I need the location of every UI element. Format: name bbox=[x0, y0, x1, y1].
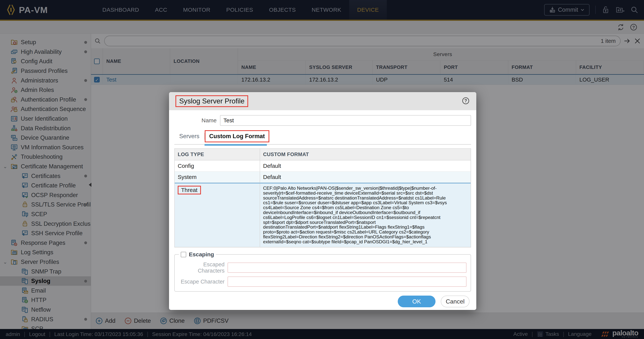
log-type-label: System bbox=[175, 172, 260, 183]
syslog-server-profile-dialog: Syslog Server Profile ? Name Servers Cus… bbox=[169, 92, 476, 310]
log-type-row-system[interactable]: System Default bbox=[175, 172, 471, 183]
escape-character-label: Escape Character bbox=[179, 279, 228, 285]
column-header-custom-format: CUSTOM FORMAT bbox=[260, 149, 471, 160]
dialog-header: Syslog Server Profile ? bbox=[169, 92, 476, 110]
cancel-button[interactable]: Cancel bbox=[441, 296, 470, 307]
dialog-help-button[interactable]: ? bbox=[462, 97, 470, 106]
name-field[interactable] bbox=[220, 115, 471, 126]
active-tab-indicator bbox=[204, 144, 267, 146]
name-field-label: Name bbox=[174, 117, 220, 124]
help-icon: ? bbox=[462, 97, 470, 105]
escaped-characters-field[interactable] bbox=[228, 263, 466, 273]
log-format-value: Default bbox=[260, 172, 471, 183]
annotation-box-title: Syslog Server Profile bbox=[176, 95, 248, 107]
log-type-label: Config bbox=[175, 160, 260, 171]
escape-character-field[interactable] bbox=[228, 277, 466, 287]
threat-custom-format-value: CEF:0|Palo Alto Networks|PAN-OS|$sender_… bbox=[263, 186, 468, 245]
log-type-row-config[interactable]: Config Default bbox=[175, 160, 471, 172]
escaping-fieldset: Escaping Escaped Characters Escape Chara… bbox=[174, 251, 471, 292]
tab-servers[interactable]: Servers bbox=[174, 133, 204, 140]
dialog-tabs: Servers Custom Log Format bbox=[174, 130, 471, 142]
svg-text:?: ? bbox=[464, 98, 467, 103]
escaping-checkbox[interactable] bbox=[181, 252, 186, 257]
custom-log-format-table: LOG TYPE CUSTOM FORMAT Config Default Sy… bbox=[174, 148, 471, 248]
annotation-box-threat: Threat bbox=[178, 186, 201, 194]
column-header-log-type: LOG TYPE bbox=[175, 149, 260, 160]
ok-button[interactable]: OK bbox=[398, 296, 436, 307]
escaped-characters-label: Escaped Characters bbox=[179, 261, 228, 274]
dialog-title: Syslog Server Profile bbox=[179, 97, 244, 105]
tab-custom-log-format[interactable]: Custom Log Format bbox=[209, 133, 265, 139]
log-type-label: Threat bbox=[181, 187, 198, 193]
log-type-row-threat[interactable]: Threat CEF:0|Palo Alto Networks|PAN-OS|$… bbox=[175, 183, 471, 247]
log-format-value: Default bbox=[260, 160, 471, 171]
annotation-box-tab: Custom Log Format bbox=[205, 130, 270, 142]
escaping-label: Escaping bbox=[189, 251, 214, 258]
